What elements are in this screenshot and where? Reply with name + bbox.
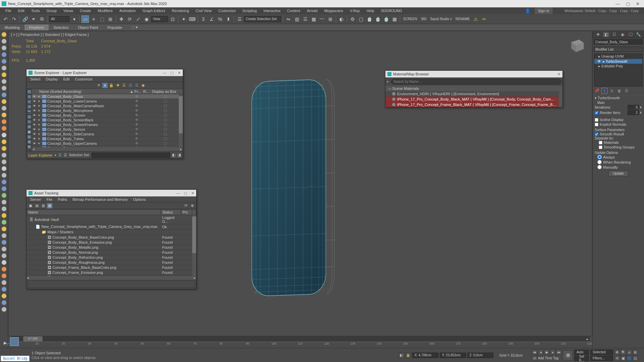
visibility-icon[interactable]: 👁 <box>32 109 37 112</box>
filter-xref-icon[interactable]: ◫ <box>27 135 32 139</box>
create-tab-icon[interactable]: ✚ <box>595 32 601 37</box>
modifier-stack[interactable]: ▸ Unwrap UVW👁▸ TurboSmooth▸ Editable Pol… <box>594 54 643 86</box>
left-tool-29[interactable] <box>2 227 6 231</box>
ribbon-tab-modeling[interactable]: Modeling <box>0 24 24 31</box>
se-prev-icon[interactable]: ◧ <box>172 153 175 157</box>
lock-selection-icon[interactable]: ◧ <box>399 353 404 358</box>
modifier-unwrap-uvw[interactable]: ▸ Unwrap UVW <box>594 54 642 59</box>
mb-search-field[interactable]: Search by Name ... <box>391 79 561 84</box>
coord-y[interactable]: Y: 23,853cm <box>440 353 466 358</box>
rotate-icon[interactable]: ⟳ <box>126 15 133 23</box>
explicit-checkbox[interactable] <box>595 123 598 126</box>
show-end-icon[interactable]: ▯ <box>601 88 607 94</box>
display-box-icon[interactable]: ▢ <box>152 127 179 131</box>
visibility-icon[interactable]: 👁 <box>32 142 37 145</box>
left-tool-9[interactable] <box>2 93 6 97</box>
close-icon[interactable]: ✕ <box>178 71 181 75</box>
ribbon-expand-icon[interactable]: ⬚ ▾ <box>127 24 143 31</box>
filter-light-icon[interactable]: ☀ <box>27 105 32 109</box>
scale-icon[interactable]: ⤢ <box>135 15 142 23</box>
left-tool-39[interactable] <box>2 294 6 298</box>
left-tool-33[interactable] <box>2 253 6 258</box>
left-tool-38[interactable] <box>2 287 6 292</box>
menu-modifiers[interactable]: Modifiers <box>95 8 115 13</box>
filter-geom-icon[interactable]: ◇ <box>27 95 32 99</box>
render-iters-spinner[interactable]: 2 <box>628 110 639 115</box>
maximize-icon[interactable]: ▢ <box>184 191 187 195</box>
timetag-icon[interactable]: 🏷 <box>532 356 537 361</box>
se-menu-select[interactable]: Select <box>28 77 43 81</box>
at-tree-icon[interactable]: ▤ <box>34 203 40 208</box>
align-icon[interactable]: ▥ <box>293 15 301 23</box>
display-box-icon[interactable]: ▢ <box>152 113 179 117</box>
utilities-tab-icon[interactable]: 🔧 <box>636 32 642 37</box>
se-list[interactable]: 👁▾Concept_Body_Glass❄▢👁▾Concept_Body_Low… <box>32 94 183 147</box>
filter-all-icon[interactable]: ◯ <box>27 89 32 94</box>
studio-label[interactable]: Squid Studio v <box>429 17 453 21</box>
filter-icon[interactable]: ▼ <box>102 83 108 88</box>
left-tool-1[interactable] <box>2 39 6 44</box>
filter-cam-icon[interactable]: 📷 <box>27 110 32 114</box>
rename-label[interactable]: RENAME <box>454 17 471 21</box>
display-box-icon[interactable]: ▢ <box>152 99 179 103</box>
left-tool-16[interactable] <box>2 139 6 144</box>
curve-editor-icon[interactable]: 〰 <box>318 15 326 23</box>
mb-options-icon[interactable]: ▾ <box>385 80 390 83</box>
modifier-list-dropdown[interactable]: Modifier List <box>594 47 643 52</box>
ribbon-tab-populate[interactable]: Populate <box>103 24 126 31</box>
next-frame-icon[interactable]: ▸ <box>550 350 555 355</box>
ribbon-tab-object paint[interactable]: Object Paint <box>73 24 103 31</box>
filter-space-icon[interactable]: 〰 <box>27 120 32 124</box>
layers-icon[interactable]: ☰ <box>302 15 309 23</box>
minimize-icon[interactable]: — <box>176 191 180 195</box>
redo-icon[interactable]: ↷ <box>10 15 18 23</box>
render-iter-icon[interactable]: 🍵 <box>382 15 390 23</box>
filter-hide-icon[interactable]: 👁 <box>27 145 32 149</box>
unlink-icon[interactable]: ⚭ <box>30 15 37 23</box>
timeline-ruler[interactable]: 1ᴹ 0102030405060708090100110120130140150… <box>11 342 590 348</box>
pin-stack-icon[interactable]: 📌 <box>594 88 600 94</box>
left-tool-24[interactable] <box>2 193 6 198</box>
left-tool-13[interactable] <box>2 119 6 124</box>
left-tool-14[interactable] <box>2 126 6 131</box>
visibility-icon[interactable]: 👁 <box>32 95 37 98</box>
sep-materials-checkbox[interactable] <box>599 141 602 144</box>
material-item[interactable]: iPhone_17_Pro_Concept_Frame_Black_MAT ( … <box>385 102 558 107</box>
menu-views[interactable]: Views <box>61 8 76 13</box>
auto-key-button[interactable]: Auto <box>574 350 589 355</box>
sep-sg-checkbox[interactable] <box>599 145 602 149</box>
filter-freeze-icon[interactable]: ❄ <box>27 140 32 144</box>
maximize-viewport-icon[interactable]: ▶ <box>2 340 8 346</box>
spinner-snap-icon[interactable]: ⬍ <box>225 15 232 23</box>
hierarchy-tab-icon[interactable]: ☷ <box>611 32 617 37</box>
display-box-icon[interactable]: ▢ <box>152 108 179 113</box>
viewcube[interactable] <box>567 36 585 55</box>
update-render-radio[interactable] <box>597 160 602 164</box>
filter-bone-icon[interactable]: ⊟ <box>27 125 32 129</box>
asset-tracking-panel[interactable]: Asset Tracking —▢✕ ServerFilePathsBitmap… <box>26 189 197 289</box>
asset-row[interactable]: 📄New_Concept_Smartphone_with_Triple_Came… <box>27 224 196 230</box>
workspaces-label[interactable]: Workspaces: Default - Copy - Copy - Copy… <box>562 8 641 13</box>
signin-icon[interactable]: 👤 <box>522 8 533 14</box>
maximize-icon[interactable]: ▢ <box>626 1 630 6</box>
at-menu-bitmap-performance-and-memory[interactable]: Bitmap Performance and Memory <box>70 197 130 202</box>
display-box-icon[interactable]: ▢ <box>152 136 179 141</box>
visibility-icon[interactable]: 👁 <box>32 128 37 131</box>
nav-fov-icon[interactable]: ⊿ <box>627 350 632 355</box>
motion-tab-icon[interactable]: ◉ <box>620 32 626 37</box>
select-region-icon[interactable]: ⬚ <box>98 15 106 23</box>
material-browser-panel[interactable]: Material/Map Browser ✕ ▾ Search by Name … <box>385 70 563 108</box>
quixel-bridge-tab[interactable]: Quixel Bridg <box>1 356 30 361</box>
move-icon[interactable]: ✥ <box>118 15 125 23</box>
add-time-tag[interactable]: Add Time Tag <box>538 356 558 360</box>
close-icon[interactable]: ✕ <box>557 72 560 76</box>
menu-create[interactable]: Create <box>77 8 94 13</box>
se-item[interactable]: 👁▾Concept_Body_ScreenFrames❄▢ <box>32 122 183 127</box>
at-refresh-icon[interactable]: ▣ <box>28 203 33 208</box>
nav-orbit-icon[interactable]: ⟲ <box>614 356 620 361</box>
manip-icon[interactable]: ✦ <box>180 15 187 23</box>
freeze-icon[interactable]: ❄ <box>130 136 143 141</box>
se-item[interactable]: 👁▾Concept_Body_Sencor❄▢ <box>32 127 183 132</box>
material-editor-icon[interactable]: ◐ <box>338 15 345 23</box>
minimize-icon[interactable]: — <box>615 1 620 6</box>
